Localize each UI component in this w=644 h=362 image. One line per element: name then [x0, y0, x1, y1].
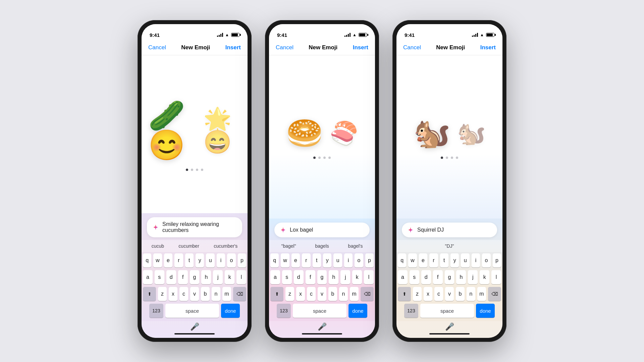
key-q-1[interactable]: q: [143, 253, 151, 267]
cancel-button-1[interactable]: Cancel: [148, 44, 166, 51]
key-w-2[interactable]: w: [281, 253, 289, 267]
autocorrect-1-1[interactable]: cucub: [149, 242, 167, 250]
dot-2-3[interactable]: [323, 157, 326, 159]
autocorrect-2-3[interactable]: bagel's: [345, 242, 366, 250]
key-h-3[interactable]: h: [456, 270, 466, 284]
key-shift-3[interactable]: ⬆: [398, 287, 411, 301]
key-x-3[interactable]: x: [424, 287, 432, 301]
emoji-main-2[interactable]: 🥯: [286, 118, 323, 148]
key-g-3[interactable]: g: [445, 270, 454, 284]
key-f-3[interactable]: f: [433, 270, 443, 284]
insert-button-3[interactable]: Insert: [480, 44, 496, 51]
key-h-2[interactable]: h: [329, 270, 338, 284]
key-a-1[interactable]: a: [143, 270, 153, 284]
search-field-3[interactable]: Squirrel DJ: [402, 223, 497, 237]
key-b-2[interactable]: b: [328, 287, 337, 301]
key-nums-2[interactable]: 123: [277, 304, 291, 318]
key-nums-3[interactable]: 123: [404, 304, 418, 318]
key-j-3[interactable]: j: [468, 270, 478, 284]
key-k-3[interactable]: k: [480, 270, 489, 284]
emoji-secondary-1[interactable]: 🌟😄: [203, 108, 241, 153]
key-e-1[interactable]: e: [164, 253, 172, 267]
key-k-2[interactable]: k: [352, 270, 362, 284]
key-b-3[interactable]: b: [456, 287, 465, 301]
key-p-2[interactable]: p: [365, 253, 374, 267]
dot-1-1[interactable]: [186, 169, 188, 171]
key-delete-3[interactable]: ⌫: [488, 287, 501, 301]
key-l-3[interactable]: l: [491, 270, 501, 284]
key-y-3[interactable]: y: [450, 253, 459, 267]
key-x-2[interactable]: x: [296, 287, 305, 301]
dot-3-1[interactable]: [441, 157, 443, 159]
key-d-1[interactable]: d: [166, 270, 176, 284]
key-e-3[interactable]: e: [419, 253, 427, 267]
key-t-3[interactable]: t: [440, 253, 448, 267]
autocorrect-2-2[interactable]: bagels: [312, 242, 331, 250]
key-done-1[interactable]: done: [221, 304, 240, 318]
key-v-2[interactable]: v: [318, 287, 326, 301]
key-q-3[interactable]: q: [398, 253, 406, 267]
key-c-1[interactable]: c: [179, 287, 188, 301]
key-o-2[interactable]: o: [355, 253, 363, 267]
key-h-1[interactable]: h: [201, 270, 211, 284]
mic-icon-1[interactable]: 🎤: [190, 322, 199, 331]
key-v-3[interactable]: v: [445, 287, 454, 301]
key-x-1[interactable]: x: [169, 287, 177, 301]
key-d-2[interactable]: d: [294, 270, 304, 284]
mic-icon-3[interactable]: 🎤: [445, 322, 454, 331]
key-i-2[interactable]: i: [344, 253, 353, 267]
key-w-1[interactable]: w: [153, 253, 162, 267]
key-z-3[interactable]: z: [413, 287, 422, 301]
key-t-2[interactable]: t: [313, 253, 321, 267]
search-field-1[interactable]: Smiley relaxing wearing cucumbers: [147, 217, 242, 237]
key-space-1[interactable]: space: [165, 304, 219, 318]
key-n-2[interactable]: n: [339, 287, 348, 301]
key-nums-1[interactable]: 123: [149, 304, 163, 318]
dot-2-4[interactable]: [328, 157, 331, 159]
key-g-2[interactable]: g: [317, 270, 327, 284]
key-f-1[interactable]: f: [178, 270, 188, 284]
key-j-2[interactable]: j: [340, 270, 350, 284]
key-w-3[interactable]: w: [408, 253, 417, 267]
autocorrect-2-1[interactable]: "bagel": [278, 242, 299, 250]
insert-button-2[interactable]: Insert: [353, 44, 368, 51]
dot-3-2[interactable]: [446, 157, 448, 159]
key-t-1[interactable]: t: [185, 253, 194, 267]
key-v-1[interactable]: v: [190, 287, 199, 301]
key-u-1[interactable]: u: [206, 253, 214, 267]
key-p-1[interactable]: p: [238, 253, 246, 267]
key-s-1[interactable]: s: [155, 270, 164, 284]
key-f-2[interactable]: f: [306, 270, 315, 284]
key-i-3[interactable]: i: [472, 253, 480, 267]
dot-2-2[interactable]: [318, 157, 321, 159]
key-m-3[interactable]: m: [477, 287, 486, 301]
key-o-1[interactable]: o: [227, 253, 235, 267]
key-c-2[interactable]: c: [307, 287, 316, 301]
emoji-main-3[interactable]: 🐿️: [414, 118, 450, 148]
key-r-1[interactable]: r: [174, 253, 183, 267]
key-y-2[interactable]: y: [323, 253, 331, 267]
key-y-1[interactable]: y: [196, 253, 204, 267]
autocorrect-1-3[interactable]: cucumber's: [211, 242, 240, 250]
dot-3-4[interactable]: [456, 157, 458, 159]
key-delete-2[interactable]: ⌫: [361, 287, 374, 301]
key-r-2[interactable]: r: [302, 253, 310, 267]
key-g-1[interactable]: g: [190, 270, 200, 284]
search-field-2[interactable]: Lox bagel: [274, 223, 370, 237]
key-p-3[interactable]: p: [493, 253, 501, 267]
key-j-1[interactable]: j: [213, 270, 223, 284]
cancel-button-2[interactable]: Cancel: [276, 44, 293, 51]
key-done-2[interactable]: done: [348, 304, 367, 318]
key-b-1[interactable]: b: [201, 287, 210, 301]
insert-button-1[interactable]: Insert: [225, 44, 241, 51]
key-l-2[interactable]: l: [364, 270, 374, 284]
key-s-3[interactable]: s: [410, 270, 419, 284]
emoji-secondary-3[interactable]: 🐿️: [457, 122, 486, 144]
key-delete-1[interactable]: ⌫: [233, 287, 246, 301]
key-k-1[interactable]: k: [225, 270, 234, 284]
dot-1-2[interactable]: [191, 169, 193, 171]
autocorrect-1-2[interactable]: cucumber: [176, 242, 202, 250]
key-a-3[interactable]: a: [398, 270, 408, 284]
key-z-1[interactable]: z: [158, 287, 167, 301]
key-e-2[interactable]: e: [291, 253, 300, 267]
